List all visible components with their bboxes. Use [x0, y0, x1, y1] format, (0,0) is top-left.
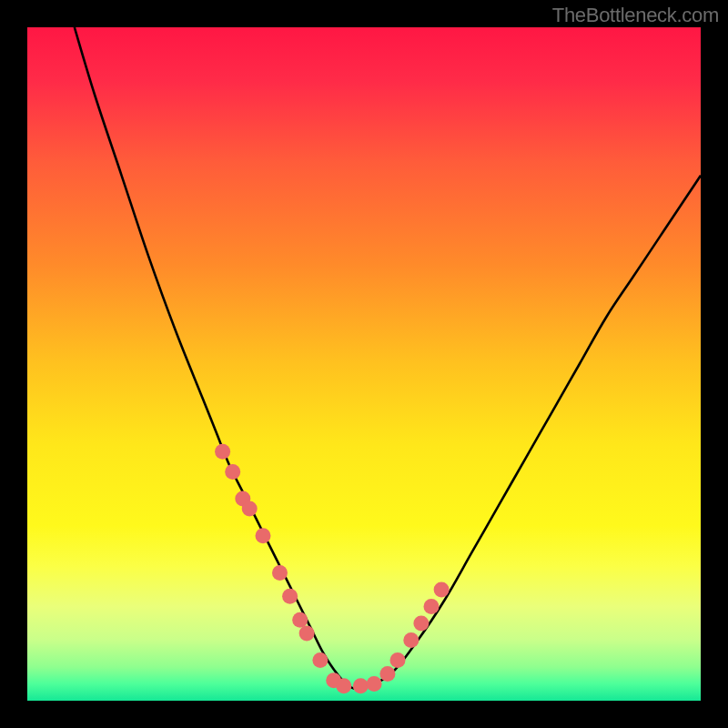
marker-point	[336, 678, 351, 693]
marker-point	[256, 528, 271, 543]
marker-point	[242, 501, 258, 517]
marker-point	[353, 678, 369, 693]
chart-frame: TheBottleneck.com	[0, 0, 728, 728]
gradient-background	[27, 27, 701, 701]
marker-point	[424, 599, 440, 614]
watermark-text: TheBottleneck.com	[552, 4, 719, 27]
marker-point	[413, 615, 429, 631]
marker-point	[367, 676, 382, 692]
marker-point	[403, 632, 419, 648]
marker-point	[272, 565, 288, 581]
chart-svg	[27, 27, 701, 701]
marker-point	[379, 666, 395, 682]
marker-point	[292, 612, 308, 628]
marker-point	[225, 464, 240, 480]
marker-point	[312, 652, 328, 668]
marker-point	[282, 589, 298, 604]
plot-area	[27, 27, 701, 701]
marker-point	[390, 652, 406, 668]
marker-point	[299, 626, 315, 642]
marker-point	[215, 444, 230, 460]
marker-point	[434, 581, 450, 597]
